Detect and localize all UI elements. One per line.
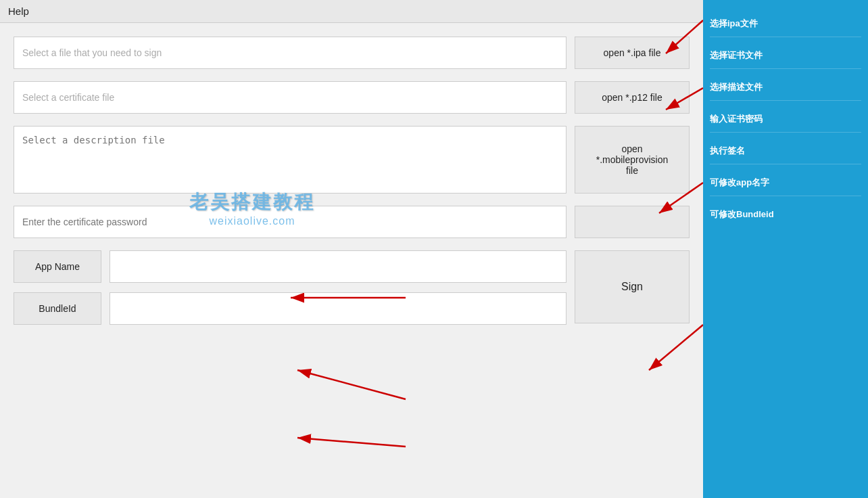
cert-row: open *.p12 file [14, 81, 690, 114]
appname-input[interactable] [110, 250, 566, 283]
sidebar-item-cert: 选择证书文件 [710, 37, 861, 69]
ipa-file-input[interactable] [14, 37, 566, 69]
desc-file-input[interactable] [14, 126, 566, 194]
title-bar: Help [0, 0, 703, 23]
password-right-placeholder [575, 206, 690, 238]
bundleid-row: BundleId [14, 292, 566, 325]
cert-file-input[interactable] [14, 81, 566, 114]
password-input[interactable] [14, 206, 566, 238]
sidebar-item-appname: 可修改app名字 [710, 164, 861, 196]
sidebar-item-sign: 执行签名 [710, 133, 861, 164]
title-text: Help [8, 5, 29, 17]
sidebar: 选择ipa文件 选择证书文件 选择描述文件 输入证书密码 执行签名 可修改app… [703, 0, 868, 498]
ipa-row: open *.ipa file [14, 37, 690, 69]
open-mobileprovision-button[interactable]: open *.mobileprovision file [575, 126, 690, 194]
open-p12-button[interactable]: open *.p12 file [575, 81, 690, 114]
sidebar-item-bundleid: 可修改Bundleid [710, 196, 861, 227]
bottom-group: App Name BundleId Sign [14, 250, 690, 325]
bundleid-label: BundleId [14, 292, 101, 325]
sign-button[interactable]: Sign [575, 250, 690, 323]
name-bundle-group: App Name BundleId [14, 250, 566, 325]
sidebar-item-desc: 选择描述文件 [710, 69, 861, 101]
content-area: open *.ipa file open *.p12 file open *.m… [0, 23, 703, 498]
bundleid-input[interactable] [110, 292, 566, 325]
open-ipa-button[interactable]: open *.ipa file [575, 37, 690, 69]
appname-label: App Name [14, 250, 101, 283]
appname-row: App Name [14, 250, 566, 283]
password-row [14, 206, 690, 238]
sidebar-item-ipa: 选择ipa文件 [710, 5, 861, 37]
desc-row: open *.mobileprovision file [14, 126, 690, 194]
sidebar-item-password: 输入证书密码 [710, 101, 861, 133]
